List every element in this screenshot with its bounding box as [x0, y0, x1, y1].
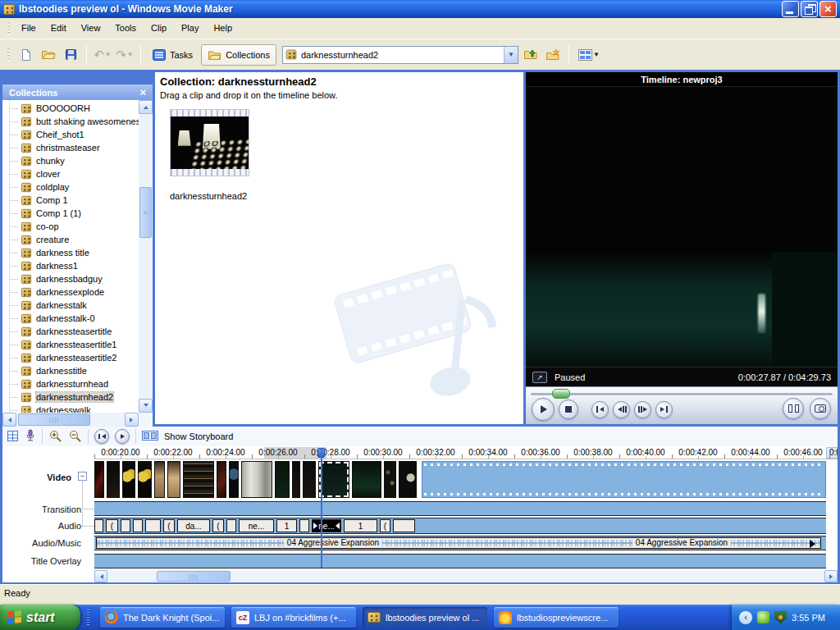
collection-item[interactable]: darknessteasertitle2	[2, 351, 139, 364]
collapse-track-icon[interactable]: −	[78, 472, 87, 481]
video-clip[interactable]	[154, 461, 165, 498]
zoom-in-icon[interactable]	[48, 429, 62, 445]
audio-clip[interactable]	[393, 519, 415, 532]
audio-track[interactable]: ((da...(ne...1ne...1(	[94, 518, 826, 534]
menu-item[interactable]: Edit	[43, 18, 74, 39]
collection-item[interactable]: Comp 1	[2, 194, 139, 207]
video-clip[interactable]	[94, 461, 104, 498]
next-frame-button[interactable]	[655, 401, 673, 418]
audio-clip[interactable]	[299, 519, 309, 532]
open-project-button[interactable]	[39, 45, 58, 65]
audio-clip[interactable]	[121, 519, 130, 532]
timeline-ruler[interactable]: 0:00:20.000:00:22.000:00:24.000:00:26.00…	[94, 447, 838, 459]
save-project-button[interactable]	[61, 45, 80, 65]
collection-item[interactable]: darknesstalk	[2, 299, 139, 312]
audio-clip[interactable]: (	[380, 519, 390, 532]
rewind-timeline-button[interactable]	[94, 429, 109, 444]
collection-item[interactable]: darknessteasertitle1	[2, 338, 139, 351]
collection-item[interactable]: darknessturnhead2	[2, 390, 139, 404]
audio-clip[interactable]	[226, 519, 236, 532]
audio-clip[interactable]: (	[106, 519, 118, 532]
scroll-right-icon[interactable]	[824, 570, 838, 582]
scroll-left-icon[interactable]	[2, 413, 16, 427]
stop-button[interactable]	[559, 399, 578, 419]
timeline-horizontal-scrollbar[interactable]: ||||	[94, 570, 838, 582]
video-clip[interactable]	[107, 461, 120, 498]
audio-clip[interactable]: da...	[177, 519, 210, 532]
audio-clip[interactable]	[94, 519, 103, 532]
video-clip[interactable]	[122, 461, 135, 498]
restore-button[interactable]	[801, 1, 818, 17]
video-clip[interactable]	[399, 461, 417, 498]
combobox-dropdown-arrow[interactable]: ▼	[504, 47, 518, 63]
collections-button[interactable]: Collections	[201, 44, 276, 66]
taskbar-task-button[interactable]: lbstudiospreviewscre...	[494, 607, 619, 628]
seek-slider-track[interactable]	[531, 393, 833, 395]
video-preview-screen[interactable]	[526, 87, 838, 367]
title-overlay-track[interactable]	[94, 554, 826, 568]
video-clip[interactable]	[292, 461, 300, 498]
collections-vertical-scrollbar[interactable]: ≡	[139, 100, 153, 413]
fullscreen-icon[interactable]: ↗	[532, 372, 547, 383]
collection-item[interactable]: clover	[2, 167, 139, 180]
split-clip-button[interactable]	[783, 398, 804, 419]
timeline-levels-icon[interactable]	[7, 430, 19, 444]
collection-item[interactable]: darknessturnhead	[2, 377, 139, 390]
narrate-timeline-icon[interactable]	[25, 429, 36, 444]
views-button[interactable]: ▼	[575, 45, 603, 65]
take-picture-button[interactable]	[810, 398, 831, 419]
timeline-playhead[interactable]	[321, 448, 322, 568]
video-clip[interactable]	[138, 461, 152, 498]
scrollbar-thumb[interactable]: ||||	[18, 413, 90, 426]
taskbar-task-button[interactable]: LBJ on #brickfilms (+...	[231, 607, 356, 628]
audio-music-track[interactable]: 04 Aggressive Expansion 04 Aggressive Ex…	[94, 536, 826, 550]
panel-close-icon[interactable]: ×	[139, 86, 146, 98]
step-forward-button[interactable]	[634, 401, 651, 418]
menu-item[interactable]: File	[14, 18, 43, 39]
taskbar-task-button[interactable]: The Dark Knight (Spoi...	[100, 607, 225, 628]
up-one-level-button[interactable]	[521, 45, 541, 65]
collection-item[interactable]: coldplay	[2, 180, 139, 194]
taskbar-grip[interactable]	[87, 609, 89, 625]
undo-button[interactable]: ↶▼	[93, 45, 112, 65]
play-button[interactable]	[532, 398, 555, 421]
music-clip[interactable]: 04 Aggressive Expansion 04 Aggressive Ex…	[96, 537, 821, 549]
redo-button[interactable]: ↷▼	[115, 45, 135, 65]
collection-item[interactable]: darknesstalk-0	[2, 312, 139, 325]
collection-item[interactable]: Cheif_shot1	[2, 128, 139, 141]
start-button[interactable]: start	[0, 605, 80, 630]
video-clip[interactable]	[229, 461, 239, 498]
collections-horizontal-scrollbar[interactable]: ||||	[2, 413, 139, 427]
show-storyboard-button[interactable]: Show Storyboard	[164, 431, 233, 441]
step-back-button[interactable]	[613, 401, 630, 418]
video-clip[interactable]	[217, 461, 226, 498]
tray-chevron-icon[interactable]: ‹	[739, 611, 752, 624]
previous-frame-button[interactable]	[591, 401, 609, 418]
video-track-empty-region[interactable]	[422, 461, 826, 498]
scroll-down-icon[interactable]	[139, 399, 153, 413]
collection-clip-thumbnail[interactable]	[170, 109, 249, 176]
video-clip[interactable]	[183, 461, 214, 498]
collection-item[interactable]: darknessteasertitle	[2, 325, 139, 338]
close-button[interactable]	[819, 1, 837, 17]
scrollbar-thumb[interactable]: ≡	[139, 187, 152, 238]
taskbar-task-button[interactable]: lbstoodies preview ol ...	[363, 607, 487, 628]
play-timeline-button[interactable]	[115, 429, 130, 444]
audio-clip[interactable]	[145, 519, 161, 532]
audio-clip[interactable]: 1	[276, 519, 297, 532]
collection-item[interactable]: darkness1	[2, 259, 139, 272]
audio-clip[interactable]: 1	[344, 519, 377, 532]
scroll-up-icon[interactable]	[139, 100, 153, 114]
toolbar-grip[interactable]	[7, 48, 10, 62]
collection-item[interactable]: darknessbadguy	[2, 272, 139, 285]
scroll-right-icon[interactable]	[125, 413, 139, 427]
collection-item[interactable]: darkness title	[2, 246, 139, 259]
collection-item[interactable]: BOOOOORH	[2, 102, 139, 115]
menu-grip[interactable]	[7, 21, 10, 35]
menu-item[interactable]: Play	[174, 18, 206, 39]
collection-item[interactable]: butt shaking awesomenes	[2, 115, 139, 128]
video-clip[interactable]	[303, 461, 316, 498]
audio-clip[interactable]	[133, 519, 143, 532]
menu-item[interactable]: Tools	[107, 18, 144, 39]
scroll-left-icon[interactable]	[94, 570, 107, 582]
